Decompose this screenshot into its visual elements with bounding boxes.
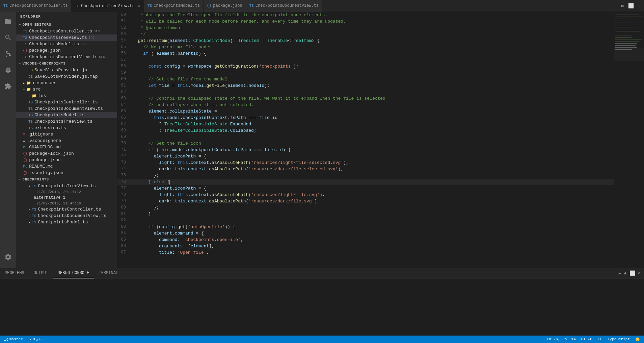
filename-label: SaveSlotsProvider.js — [34, 68, 87, 73]
panel-layout[interactable]: ⬜ — [629, 270, 636, 277]
code-line-68: 68 : TreeItemCollapsibleState.Collapsed; — [117, 127, 614, 134]
minimap-svg — [614, 12, 644, 215]
line-text: }; — [133, 204, 614, 211]
ts-file-icon: TS — [32, 184, 36, 188]
tab-close-button[interactable]: × — [138, 4, 140, 8]
activity-extensions[interactable] — [0, 78, 16, 94]
js-file-icon: JS — [28, 75, 33, 79]
sidebar-item-saveslotsprovider-map[interactable]: JS SaveSlotsProvider.js.map — [16, 73, 117, 80]
ts-icon: TS — [3, 4, 8, 8]
sidebar-item-checkpointsdocumentview-ts[interactable]: TS CheckpointsDocumentView.ts — [16, 105, 117, 112]
activity-files[interactable] — [0, 13, 16, 29]
tab-checkpointsmodel[interactable]: TS CheckpointsModel.ts — [144, 0, 204, 12]
sidebar-item-extension-ts[interactable]: TS extension.ts — [16, 125, 117, 131]
json-icon: {} — [207, 4, 211, 8]
line-number: 81 — [117, 211, 133, 217]
sidebar-item-package-json[interactable]: {} package.json — [16, 157, 117, 163]
panel-tab-problems[interactable]: PROBLEMS — [0, 268, 29, 278]
tab-checkpointscontroller[interactable]: TS CheckpointsController.ts — [0, 0, 72, 12]
sidebar-item-checkpointsmodel[interactable]: TS CheckpointsModel.ts src — [16, 41, 117, 47]
filename-label: .vscodeignore — [27, 138, 61, 143]
status-feedback[interactable]: 😊 — [634, 337, 641, 342]
line-text — [133, 89, 614, 95]
svg-rect-11 — [615, 39, 642, 40]
svg-rect-7 — [615, 27, 634, 27]
sidebar-item-vscodeignore[interactable]: ≡ .vscodeignore — [16, 138, 117, 144]
status-git-branch[interactable]: ⎇ master — [3, 337, 24, 342]
line-number: 50 — [117, 12, 133, 18]
checkpoints-section[interactable]: ▾ CHECKPOINTS — [16, 176, 117, 183]
chevron-right-icon: ▸ — [28, 220, 30, 224]
status-errors[interactable]: ✕ 0 ⚠ 0 — [28, 337, 43, 342]
sidebar-item-checkpointscontroller[interactable]: TS CheckpointsController.ts src — [16, 28, 117, 34]
chevron-down-icon: ▾ — [19, 23, 21, 27]
line-text: arguments: [element], — [133, 243, 614, 249]
sidebar-item-checkpointscontroller-ts[interactable]: TS CheckpointsController.ts — [16, 99, 117, 105]
status-line-ending[interactable]: LF — [596, 337, 603, 342]
more-actions-button[interactable]: ⋯ — [637, 2, 642, 9]
sidebar-item-test-folder[interactable]: ▸ 📁 test — [16, 93, 117, 99]
panel-tab-terminal[interactable]: TERMINAL — [94, 268, 123, 278]
split-editor-button[interactable]: ⊞ — [620, 2, 625, 9]
status-cursor-position[interactable]: Ln 76, Col 14 — [545, 337, 577, 342]
open-editors-section[interactable]: ▾ OPEN EDITORS — [16, 21, 117, 28]
sidebar-item-saveslotsprovider-js[interactable]: JS SaveSlotsProvider.js — [16, 67, 117, 73]
json-file-icon: {} — [23, 158, 27, 162]
panel-toggle-wordwrap[interactable]: ≡ — [618, 270, 622, 277]
activity-settings[interactable] — [0, 249, 16, 265]
md-file-icon: M↓ — [23, 165, 27, 169]
status-language[interactable]: TypeScript — [606, 337, 631, 342]
panel-maximize[interactable]: ▲ — [623, 270, 627, 277]
sidebar-checkpoint-controller[interactable]: ▸ TS CheckpointsController.ts — [16, 206, 117, 213]
sidebar-checkpoint-model[interactable]: ▸ TS CheckpointsModel.ts — [16, 219, 117, 225]
sidebar-item-tsconfig[interactable]: {} tsconfig.json — [16, 170, 117, 176]
panel-tab-output[interactable]: OUTPUT — [29, 268, 53, 278]
tab-checkpointsdocumentview[interactable]: TS CheckpointsDocumentView.ts — [246, 0, 322, 12]
language-label: TypeScript — [608, 337, 630, 341]
md-file-icon: M↓ — [23, 145, 27, 149]
tab-label: package.json — [213, 3, 242, 8]
toggle-layout-button[interactable]: ⬜ — [627, 2, 635, 9]
status-encoding[interactable]: UTF-8 — [580, 337, 594, 342]
activity-debug[interactable] — [0, 62, 16, 78]
sidebar-item-checkpointstreeview[interactable]: TS CheckpointsTreeView.ts src — [16, 34, 117, 41]
checkpoint-alt-1[interactable]: alternative 1 — [16, 195, 117, 201]
sidebar-item-resources-folder[interactable]: ▸ 📁 resources — [16, 80, 117, 86]
checkpoint-date-1[interactable]: 21/02/2018, 20:14:12 — [16, 189, 117, 195]
sidebar-item-checkpointsmodel-ts[interactable]: TS CheckpointsModel.ts — [16, 112, 117, 118]
line-text: */ — [133, 31, 614, 38]
vscode-checkpoints-label: VSCODE-CHECKPOINTS — [23, 62, 66, 66]
code-line-64: 64 // and collapse when it is not select… — [117, 102, 614, 108]
panel-tab-debug-console[interactable]: DEBUG CONSOLE — [53, 268, 94, 278]
tab-checkpointstreeview[interactable]: TS CheckpointsTreeView.ts × — [72, 0, 144, 12]
filename-label: CheckpointsDocumentView.ts — [29, 54, 98, 59]
filename-label: extension.ts — [34, 125, 66, 130]
sidebar-checkpoint-documentview[interactable]: ▸ TS CheckpointsDocumentView.ts — [16, 213, 117, 219]
sidebar-item-package-lock[interactable]: {} package-lock.json — [16, 150, 117, 157]
sidebar-item-checkpointstreeview-ts[interactable]: TS CheckpointsTreeView.ts — [16, 118, 117, 125]
folder-icon: 📁 — [32, 94, 36, 98]
sidebar-item-gitignore[interactable]: ≡ .gitignore — [16, 131, 117, 138]
sidebar-item-changelog[interactable]: M↓ CHANGELOG.md — [16, 144, 117, 150]
line-text: command: 'checkpoints.openFile', — [133, 237, 614, 243]
svg-rect-15 — [615, 47, 637, 48]
activity-search[interactable] — [0, 29, 16, 46]
code-line-56: 56 if (!element.parentId) { — [117, 50, 614, 57]
tab-packagejson[interactable]: {} package.json — [204, 0, 246, 12]
activity-git[interactable] — [0, 46, 16, 62]
sidebar-checkpoint-treeview[interactable]: ▾ TS CheckpointsTreeView.ts — [16, 183, 117, 189]
code-line-57: 57 — [117, 57, 614, 63]
sidebar-item-checkpointsdocumentview[interactable]: TS CheckpointsDocumentView.ts src — [16, 54, 117, 60]
tab-label: CheckpointsTreeView.ts — [81, 4, 134, 8]
ts-file-icon: TS — [23, 42, 27, 46]
sidebar-item-readme[interactable]: M↓ README.md — [16, 163, 117, 170]
line-number: 77 — [117, 185, 133, 192]
sidebar-item-packagejson[interactable]: {} package.json — [16, 47, 117, 54]
vscode-checkpoints-section[interactable]: ▾ VSCODE-CHECKPOINTS — [16, 60, 117, 67]
line-number: 83 — [117, 224, 133, 230]
panel-close[interactable]: × — [637, 270, 641, 277]
code-editor[interactable]: 50 * Assigns the TreeItem specific field… — [117, 12, 614, 268]
checkpoint-date-2[interactable]: 21/02/2018, 21:47:16 — [16, 201, 117, 206]
sidebar-item-src-folder[interactable]: ▾ 📁 src — [16, 86, 117, 93]
line-text: light: this.context.asAbsolutePath('reso… — [133, 192, 614, 198]
